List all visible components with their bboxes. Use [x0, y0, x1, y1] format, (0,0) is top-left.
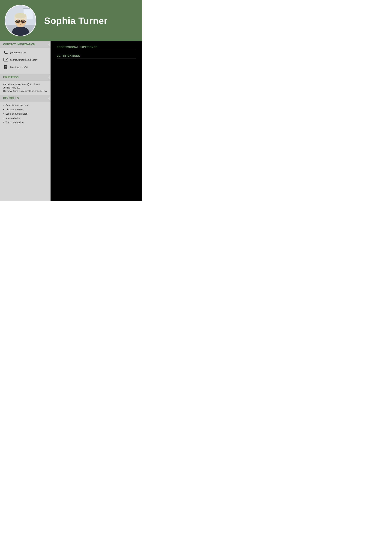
skill-item: Motion drafting	[3, 117, 47, 119]
education-section-header: EDUCATION	[0, 74, 50, 80]
avatar	[5, 5, 36, 36]
resume-header: Sophia Turner	[0, 0, 142, 41]
phone-text: (555) 678-3456	[10, 51, 26, 54]
svg-rect-24	[5, 67, 7, 67]
resume-body: CONTACT INFORMATION (555) 678-3456	[0, 41, 142, 201]
svg-rect-22	[6, 66, 7, 66]
sidebar: CONTACT INFORMATION (555) 678-3456	[0, 41, 50, 201]
svg-rect-23	[6, 66, 7, 67]
svg-rect-21	[5, 66, 6, 67]
skill-item: Discovery review	[3, 108, 47, 111]
skills-section-content: Case file management Discovery review Le…	[0, 102, 50, 127]
professional-experience-title: PROFESSIONAL EXPERIENCE	[57, 46, 136, 50]
email-icon	[3, 57, 8, 62]
education-section-content: Bachelor of Science (B.S.) in Criminal J…	[0, 80, 50, 95]
svg-rect-26	[5, 68, 6, 69]
location-item: Los Angeles, CA	[3, 65, 47, 70]
skills-section-header: KEY SKILLS	[0, 95, 50, 102]
skill-item: Case file management	[3, 104, 47, 107]
location-icon	[3, 65, 8, 70]
skills-section: KEY SKILLS Case file management Discover…	[0, 95, 50, 127]
skills-section-title: KEY SKILLS	[3, 97, 19, 100]
main-content: PROFESSIONAL EXPERIENCE CERTIFICATIONS	[50, 41, 142, 201]
skill-item: Trial coordination	[3, 121, 47, 124]
email-text: sophia.turner@email.com	[10, 58, 37, 61]
resume-document: Sophia Turner CONTACT INFORMATION	[0, 0, 142, 201]
location-text: Los Angeles, CA	[10, 66, 28, 68]
svg-rect-25	[5, 68, 7, 68]
phone-item: (555) 678-3456	[3, 50, 47, 55]
skills-list: Case file management Discovery review Le…	[3, 104, 47, 124]
professional-experience-section: PROFESSIONAL EXPERIENCE	[57, 46, 136, 50]
svg-rect-3	[23, 8, 33, 9]
phone-icon	[3, 50, 8, 55]
skill-item: Legal documentation	[3, 112, 47, 115]
contact-section-header: CONTACT INFORMATION	[0, 41, 50, 48]
svg-point-18	[22, 21, 24, 22]
name-section: Sophia Turner	[36, 15, 136, 26]
email-item: sophia.turner@email.com	[3, 57, 47, 62]
education-section: EDUCATION Bachelor of Science (B.S.) in …	[0, 74, 50, 95]
contact-section-title: CONTACT INFORMATION	[3, 43, 35, 46]
certifications-section: CERTIFICATIONS	[57, 55, 136, 58]
contact-section: CONTACT INFORMATION (555) 678-3456	[0, 41, 50, 74]
education-section-title: EDUCATION	[3, 76, 19, 79]
certifications-title: CERTIFICATIONS	[57, 55, 136, 58]
svg-point-17	[17, 21, 19, 22]
full-name: Sophia Turner	[44, 15, 136, 26]
contact-section-content: (555) 678-3456 sophia.turner@email.com	[0, 48, 50, 74]
education-details: Bachelor of Science (B.S.) in Criminal J…	[3, 83, 47, 93]
svg-rect-19	[4, 58, 8, 61]
svg-point-11	[15, 13, 26, 18]
